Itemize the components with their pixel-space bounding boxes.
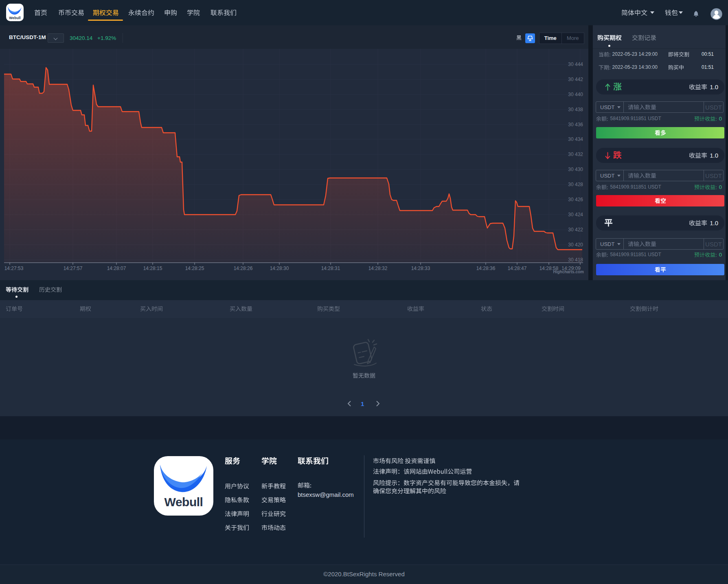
svg-text:30 430: 30 430 — [568, 167, 583, 172]
svg-text:14:28:36: 14:28:36 — [476, 266, 496, 271]
svg-text:30 444: 30 444 — [568, 61, 583, 67]
svg-text:14:28:25: 14:28:25 — [185, 266, 204, 271]
svg-text:30 420: 30 420 — [568, 242, 583, 248]
svg-text:30 418: 30 418 — [568, 257, 583, 263]
svg-text:14:28:30: 14:28:30 — [270, 266, 289, 271]
svg-text:14:28:26: 14:28:26 — [234, 266, 253, 271]
svg-text:Highcharts.com: Highcharts.com — [553, 270, 584, 274]
svg-text:14:27:57: 14:27:57 — [64, 266, 83, 271]
svg-text:30 440: 30 440 — [568, 92, 583, 97]
svg-text:30 434: 30 434 — [568, 136, 583, 142]
svg-text:14:28:33: 14:28:33 — [411, 266, 430, 271]
svg-text:14:28:31: 14:28:31 — [321, 266, 340, 271]
svg-text:14:28:32: 14:28:32 — [368, 266, 388, 271]
svg-text:30 436: 30 436 — [568, 122, 583, 127]
svg-text:30 432: 30 432 — [568, 151, 583, 157]
svg-text:30 438: 30 438 — [568, 107, 583, 112]
svg-text:30 424: 30 424 — [568, 212, 583, 217]
svg-text:14:28:07: 14:28:07 — [107, 266, 126, 271]
svg-text:14:28:47: 14:28:47 — [508, 266, 527, 271]
svg-text:14:28:15: 14:28:15 — [143, 266, 162, 271]
svg-text:30 428: 30 428 — [568, 182, 583, 187]
svg-text:30 422: 30 422 — [568, 227, 583, 233]
svg-text:14:27:53: 14:27:53 — [4, 266, 24, 271]
svg-text:30 426: 30 426 — [568, 197, 583, 202]
svg-text:30 442: 30 442 — [568, 77, 583, 82]
